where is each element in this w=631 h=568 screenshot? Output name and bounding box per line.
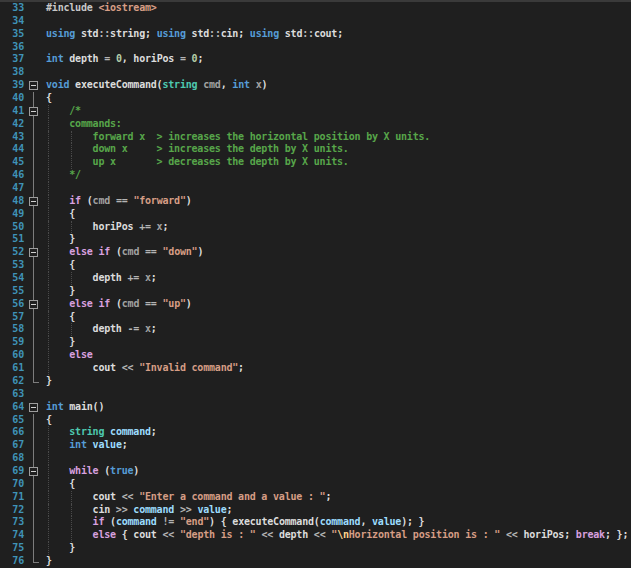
code-line[interactable]: 73 if (command != "end") { executeComman… <box>0 516 631 529</box>
code-text[interactable]: { <box>46 311 75 324</box>
code-line[interactable]: 42 commands: <box>0 118 631 131</box>
code-text[interactable]: using std::string; using std::cin; using… <box>46 28 343 41</box>
code-line[interactable]: 40{ <box>0 92 631 105</box>
code-line[interactable]: 46 */ <box>0 169 631 182</box>
code-line[interactable]: 41 /* <box>0 105 631 118</box>
code-text[interactable]: while (true) <box>46 465 139 478</box>
token-p: { <box>46 478 75 489</box>
code-line[interactable]: 51 } <box>0 233 631 246</box>
code-text[interactable]: int value; <box>46 439 128 452</box>
code-line[interactable]: 62} <box>0 375 631 388</box>
code-line[interactable]: 67 int value; <box>0 439 631 452</box>
token-p: cout <box>314 28 337 39</box>
code-line[interactable]: 56 else if (cmd == "up") <box>0 298 631 311</box>
code-text[interactable]: } <box>46 233 75 246</box>
code-line[interactable]: 53 { <box>0 259 631 272</box>
code-text[interactable]: horiPos += x; <box>46 221 168 234</box>
code-line[interactable]: 71 cout << "Enter a command and a value … <box>0 491 631 504</box>
code-text[interactable]: depth += x; <box>46 272 157 285</box>
code-text[interactable]: commands: <box>46 118 122 131</box>
code-text[interactable]: else { cout << "depth is : " << depth <<… <box>46 529 628 542</box>
code-line[interactable]: 34 <box>0 15 631 28</box>
code-line[interactable]: 64int main() <box>0 401 631 414</box>
code-text[interactable]: } <box>46 285 75 298</box>
code-line[interactable]: 35using std::string; using std::cin; usi… <box>0 28 631 41</box>
code-line[interactable]: 38 <box>0 66 631 79</box>
code-line[interactable]: 49 { <box>0 208 631 221</box>
code-line[interactable]: 58 depth -= x; <box>0 323 631 336</box>
code-line[interactable]: 37int depth = 0, horiPos = 0; <box>0 53 631 66</box>
code-text[interactable]: { <box>46 478 75 491</box>
code-line[interactable]: 66 string command; <box>0 426 631 439</box>
code-text[interactable]: string command; <box>46 426 157 439</box>
code-text[interactable]: { <box>46 92 52 105</box>
code-line[interactable]: 47 <box>0 182 631 195</box>
code-text[interactable]: up x > decreases the depth by X units. <box>46 156 349 169</box>
code-text[interactable]: } <box>46 542 75 555</box>
code-text[interactable]: cout << "Invalid command"; <box>46 362 244 375</box>
code-line[interactable]: 60 else <box>0 349 631 362</box>
code-line[interactable]: 44 down x > increases the depth by X uni… <box>0 143 631 156</box>
code-line[interactable]: 48 if (cmd == "forward") <box>0 195 631 208</box>
code-text[interactable]: { <box>46 259 75 272</box>
token-g: forward x > increases the horizontal pos… <box>46 131 430 142</box>
code-line[interactable]: 55 } <box>0 285 631 298</box>
code-line[interactable]: 57 { <box>0 311 631 324</box>
code-text[interactable]: } <box>46 555 52 568</box>
code-text[interactable]: cin >> command >> value; <box>46 504 232 517</box>
code-line[interactable]: 50 horiPos += x; <box>0 221 631 234</box>
code-text[interactable]: int depth = 0, horiPos = 0; <box>46 53 203 66</box>
collapse-box-icon[interactable] <box>29 107 38 116</box>
code-text[interactable]: depth -= x; <box>46 323 157 336</box>
code-text[interactable]: else if (cmd == "down") <box>46 246 203 259</box>
code-text[interactable]: { <box>46 208 75 221</box>
line-number: 39 <box>0 79 24 92</box>
code-text[interactable]: int main() <box>46 401 104 414</box>
code-line[interactable]: 63 <box>0 388 631 401</box>
collapse-box-icon[interactable] <box>29 467 38 476</box>
code-line[interactable]: 54 depth += x; <box>0 272 631 285</box>
code-line[interactable]: 61 cout << "Invalid command"; <box>0 362 631 375</box>
code-line[interactable]: 36 <box>0 41 631 54</box>
collapse-box-icon[interactable] <box>29 403 38 412</box>
collapse-box-icon[interactable] <box>29 248 38 257</box>
code-text[interactable]: cout << "Enter a command and a value : "… <box>46 491 331 504</box>
code-line[interactable]: 74 else { cout << "depth is : " << depth… <box>0 529 631 542</box>
code-line[interactable]: 75 } <box>0 542 631 555</box>
code-line[interactable]: 45 up x > decreases the depth by X units… <box>0 156 631 169</box>
code-line[interactable]: 33#include <iostream> <box>0 2 631 15</box>
code-text[interactable]: forward x > increases the horizontal pos… <box>46 131 430 144</box>
code-line[interactable]: 65{ <box>0 414 631 427</box>
code-text[interactable]: #include <iostream> <box>46 2 157 15</box>
code-text[interactable]: /* <box>46 105 81 118</box>
token-k: int <box>46 53 63 64</box>
code-text[interactable]: } <box>46 375 52 388</box>
code-text[interactable]: { <box>46 414 52 427</box>
code-line[interactable]: 69 while (true) <box>0 465 631 478</box>
collapse-box-icon[interactable] <box>29 81 38 90</box>
code-line[interactable]: 52 else if (cmd == "down") <box>0 246 631 259</box>
code-line[interactable]: 72 cin >> command >> value; <box>0 504 631 517</box>
code-text[interactable]: else if (cmd == "up") <box>46 298 192 311</box>
code-line[interactable]: 68 <box>0 452 631 465</box>
code-text[interactable]: if (command != "end") { executeCommand(c… <box>46 516 424 529</box>
code-text[interactable]: void executeCommand(string cmd, int x) <box>46 79 267 92</box>
token-o: << <box>122 491 139 502</box>
code-text[interactable]: down x > increases the depth by X units. <box>46 143 349 156</box>
collapse-box-icon[interactable] <box>29 197 38 206</box>
code-line[interactable]: 70 { <box>0 478 631 491</box>
code-line[interactable]: 39void executeCommand(string cmd, int x) <box>0 79 631 92</box>
scope-line <box>33 272 34 285</box>
code-line[interactable]: 43 forward x > increases the horizontal … <box>0 131 631 144</box>
token-g: commands: <box>46 118 122 129</box>
code-line[interactable]: 76} <box>0 555 631 568</box>
code-text[interactable]: else <box>46 349 93 362</box>
code-text[interactable]: if (cmd == "forward") <box>46 195 192 208</box>
code-text[interactable]: */ <box>46 169 81 182</box>
code-editor[interactable]: 33#include <iostream>3435using std::stri… <box>0 0 631 568</box>
code-text[interactable]: } <box>46 336 75 349</box>
collapse-box-icon[interactable] <box>29 300 38 309</box>
token-s: "up" <box>163 298 186 309</box>
code-line[interactable]: 59 } <box>0 336 631 349</box>
code-lines-container[interactable]: 33#include <iostream>3435using std::stri… <box>0 2 631 568</box>
